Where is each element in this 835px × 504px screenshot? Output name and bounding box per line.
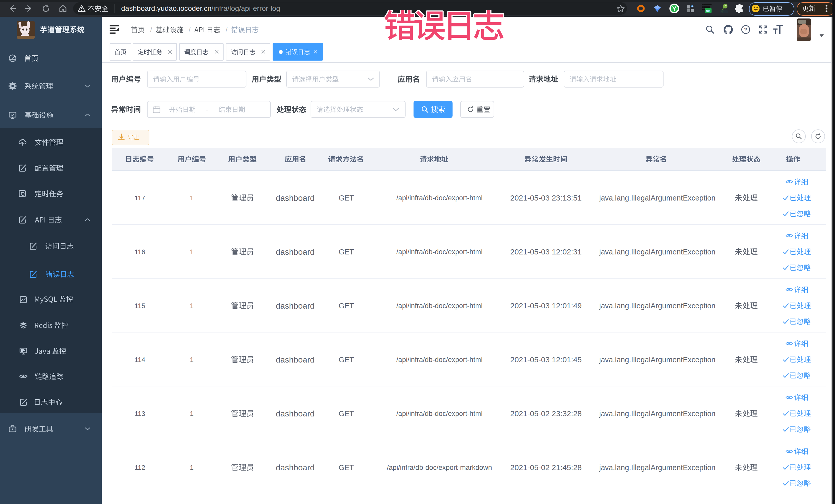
svg-text:on: on (706, 9, 710, 13)
svg-text:?: ? (744, 27, 747, 32)
